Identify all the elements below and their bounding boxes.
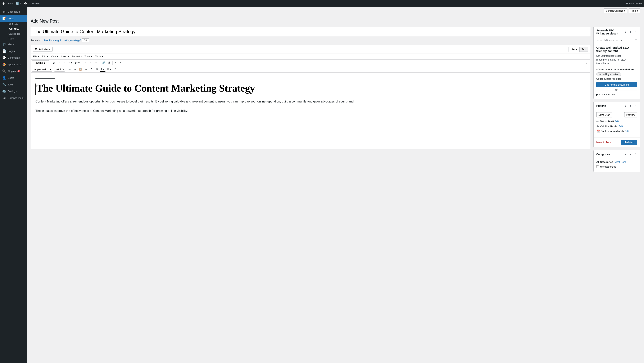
adminbar-new[interactable]: + New (32, 2, 40, 5)
tab-text[interactable]: Text (580, 47, 588, 52)
undo-button[interactable]: ↩ (114, 60, 118, 65)
publish-collapse-down[interactable]: ▼ (628, 104, 633, 108)
expand-button[interactable]: ⤢ (584, 60, 589, 65)
semrush-use-button[interactable]: Use for this document (596, 82, 637, 87)
ordered-list-button[interactable]: 1≡ ▾ (74, 60, 81, 65)
align-center-button[interactable]: ≡ (88, 60, 93, 65)
permalink-url[interactable]: the-ultimate-gui...rketing-strategy/ (44, 39, 81, 42)
editor-heading[interactable]: The Ultimate Guide to Content Marketing … (36, 82, 586, 95)
categories-expand[interactable]: ⤢ (634, 152, 637, 156)
sidebar-item-comments[interactable]: 💬 Comments (0, 54, 27, 61)
save-draft-button[interactable]: Save Draft (596, 112, 612, 118)
sidebar-item-label: Plugins (8, 70, 16, 72)
publish-collapse-up[interactable]: ▲ (624, 104, 628, 108)
semrush-new-goal[interactable]: ▶ Set a new goal (596, 93, 637, 96)
adminbar-comments[interactable]: 💬 0 (24, 2, 29, 5)
sidebar-item-tools[interactable]: 🔧 Tools (0, 81, 27, 88)
link-button[interactable]: 🔗 (101, 60, 106, 65)
toolbar-tools[interactable]: Tools ▾ (83, 54, 94, 58)
semrush-or-divider: OR (596, 89, 637, 92)
font-color-button[interactable]: A ▾ (100, 67, 106, 72)
unordered-list-button[interactable]: ≡ ▾ (68, 60, 73, 65)
align-right-button[interactable]: ≡ (94, 60, 99, 65)
italic-button[interactable]: I (57, 60, 62, 65)
categories-collapse-up[interactable]: ▲ (624, 152, 628, 156)
sidebar-item-appearance[interactable]: 🎨 Appearance (0, 61, 27, 68)
editor-paragraph-2: These statistics prove the effectiveness… (36, 108, 586, 114)
help-button[interactable]: Help ▾ (629, 8, 640, 13)
semrush-collapse-down[interactable]: ▼ (628, 30, 633, 34)
categories-collapse-down[interactable]: ▼ (628, 152, 633, 156)
sidebar-item-pages[interactable]: 📄 Pages (0, 48, 27, 54)
toolbar-view[interactable]: View ▾ (50, 54, 60, 58)
sidebar-item-label: Comments (8, 56, 20, 59)
toolbar-insert[interactable]: Insert ▾ (60, 54, 70, 58)
indent-left-button[interactable]: ⇤ (67, 67, 72, 72)
blockquote-button[interactable]: " (62, 60, 67, 65)
visibility-edit-link[interactable]: Edit (618, 125, 623, 128)
semrush-menu-icon[interactable]: ☰ (635, 39, 637, 42)
categories-header-actions: ▲ ▼ ⤢ (624, 152, 637, 156)
help-toolbar-button[interactable]: ? (113, 67, 118, 72)
omega-button[interactable]: Ω (89, 67, 94, 72)
add-media-button[interactable]: 🖼 Add Media (33, 47, 52, 52)
tab-most-used[interactable]: Most Used (614, 160, 626, 164)
toolbar-edit[interactable]: Edit ▾ (41, 54, 50, 58)
adminbar-site[interactable]: swa (8, 2, 13, 5)
font-select[interactable]: -apple-syst... (32, 67, 52, 72)
table-insert-button[interactable]: ⊞ (94, 67, 99, 72)
sidebar-item-label: Appearance (8, 63, 21, 66)
collapse-menu[interactable]: ◀ Collapse menu (0, 95, 27, 101)
publish-time-row: 📅 Publish immediately Edit (596, 130, 637, 133)
media-icon: 🎵 (2, 42, 6, 46)
move-to-trash-link[interactable]: Move to Trash (596, 141, 612, 144)
publish-button[interactable]: Publish (622, 140, 637, 145)
toolbar-format[interactable]: Format ▾ (71, 54, 83, 58)
sidebar-item-dashboard[interactable]: ⊞ Dashboard (0, 8, 27, 15)
tab-visual[interactable]: Visual (568, 47, 580, 52)
table-menu-button[interactable]: ⊟ ▾ (106, 67, 112, 72)
preview-button[interactable]: Preview (624, 112, 637, 118)
toolbar-table[interactable]: Table ▾ (94, 54, 104, 58)
sidebar-item-users[interactable]: 👤 Users (0, 74, 27, 81)
publish-header: Publish ▲ ▼ ⤢ (594, 102, 640, 110)
sidebar-item-media[interactable]: 🎵 Media (0, 41, 27, 48)
heading-select[interactable]: Heading 1 (32, 60, 49, 65)
tab-all-categories[interactable]: All Categories (596, 160, 613, 164)
pencil-button[interactable]: ✏ (84, 67, 88, 72)
align-left-button[interactable]: ≡ (83, 60, 88, 65)
unlink-button[interactable]: ⛓ (106, 60, 112, 65)
post-title-input[interactable] (31, 27, 590, 36)
adminbar-updates[interactable]: 🔄 9 (16, 2, 21, 5)
submenu-all-posts[interactable]: All Posts (2, 22, 27, 27)
wp-logo-icon[interactable]: ⊕ (2, 1, 5, 6)
content-layout: Permalink: the-ultimate-gui...rketing-st… (31, 27, 640, 175)
category-checkbox-uncategorized[interactable] (596, 165, 599, 168)
indent-right-button[interactable]: ⇥ (72, 67, 78, 72)
sidebar-item-label: Pages (8, 50, 15, 52)
size-select[interactable]: 46pt (54, 67, 65, 72)
sidebar-item-settings[interactable]: ⚙️ Settings (0, 88, 27, 95)
publish-edit-link[interactable]: Edit (625, 130, 629, 132)
semrush-recent-title[interactable]: ▾ Your recent recommendations (596, 68, 637, 71)
chevron-down-icon: ▾ (624, 10, 625, 12)
permalink-edit-button[interactable]: Edit (82, 38, 89, 42)
semrush-desc: Set your targets to get recommendations … (596, 54, 637, 65)
publish-expand[interactable]: ⤢ (634, 104, 637, 108)
sidebar-item-posts[interactable]: 📝 Posts (0, 15, 27, 22)
page-title: Add New Post (31, 18, 640, 24)
toolbar-file[interactable]: File ▾ (32, 54, 40, 58)
submenu-categories[interactable]: Categories (2, 32, 27, 36)
semrush-tag[interactable]: seo writing assistant (596, 72, 621, 76)
redo-button[interactable]: ↪ (119, 60, 124, 65)
paste-button[interactable]: 📋 (78, 67, 83, 72)
submenu-add-new[interactable]: Add New (2, 27, 27, 32)
status-edit-link[interactable]: Edit (615, 120, 619, 123)
sidebar-item-plugins[interactable]: 🔌 Plugins 3 (0, 68, 27, 74)
submenu-tags[interactable]: Tags (2, 36, 27, 41)
bold-button[interactable]: B (51, 60, 56, 65)
screen-options-button[interactable]: Screen Options ▾ (604, 8, 627, 13)
semrush-collapse-up[interactable]: ▲ (624, 30, 628, 34)
semrush-expand[interactable]: ⤢ (634, 30, 637, 34)
editor-body[interactable]: The Ultimate Guide to Content Marketing … (31, 72, 590, 149)
